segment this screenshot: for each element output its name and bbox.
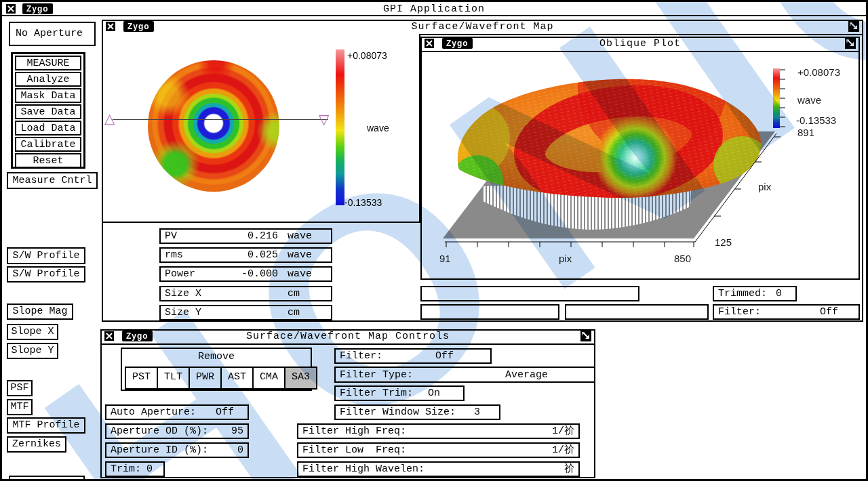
trimmed-box: Trimmed:0	[713, 286, 797, 301]
field-value: Average	[505, 369, 548, 381]
filter-status-box: Filter:Off	[713, 304, 860, 320]
stat-value	[218, 287, 288, 300]
depth-axis-label: pix	[758, 181, 772, 192]
aperture-status-box[interactable]: No Aperture	[9, 22, 96, 46]
stat-value: -0.000	[218, 268, 288, 280]
analyze-button[interactable]: Analyze	[15, 72, 81, 87]
pushpin-icon[interactable]	[848, 21, 859, 32]
oblique-colorbar-min: -0.13533	[796, 114, 836, 126]
stat-rms: rms0.025wave	[159, 247, 332, 263]
pushpin-icon[interactable]	[580, 331, 591, 341]
profile-line[interactable]	[113, 119, 328, 120]
controls-window-title: Surface/Wavefront Map Controls	[102, 331, 594, 343]
slope-x-button[interactable]: Slope X	[7, 324, 58, 340]
pushpin-icon[interactable]	[845, 38, 856, 49]
oblique-plot-image: 91 pix 850 125 pix +0.08073 wave -0.1353…	[422, 51, 859, 278]
calibrate-button[interactable]: Calibrate	[15, 137, 81, 152]
oblique-window-title: Oblique Plot	[422, 38, 859, 50]
depth-axis-max-label: 125	[715, 236, 732, 248]
map-window-titlebar[interactable]: Zygo Surface/Wavefront Map	[103, 21, 862, 35]
oblique-plot-window: Zygo Oblique Plot	[420, 37, 860, 280]
mtf-button[interactable]: MTF	[7, 399, 33, 415]
trimmed-label: Trimmed:	[718, 287, 767, 300]
aperture-od-field[interactable]: Aperture OD (%):95	[105, 423, 249, 439]
map-window-title: Surface/Wavefront Map	[103, 21, 862, 33]
map-colorbar-max: +0.08073	[347, 50, 387, 61]
field-label: Filter High Wavelen:	[302, 463, 425, 476]
stat-unit: wave	[288, 249, 327, 262]
sw-profile-button-2[interactable]: S/W Profile	[7, 266, 85, 283]
mtf-profile-button[interactable]: MTF Profile	[7, 417, 85, 434]
trim-field[interactable]: Trim:0	[105, 461, 165, 477]
profile-marker-left-icon[interactable]: △	[104, 110, 115, 127]
filter-high-wavelen-field[interactable]: Filter High Wavelen:祄	[297, 461, 580, 477]
oblique-colorbar-units: wave	[797, 94, 821, 106]
field-label: Filter Window Size:	[340, 406, 456, 419]
filter-window-size-field[interactable]: Filter Window Size:3	[334, 404, 500, 420]
field-label: Aperture ID (%):	[111, 444, 208, 457]
controls-window-titlebar[interactable]: Zygo Surface/Wavefront Map Controls	[102, 331, 594, 345]
field-value: 0	[237, 444, 243, 457]
filter-type-field[interactable]: Filter Type:Average	[334, 367, 595, 383]
slope-y-button[interactable]: Slope Y	[7, 343, 58, 359]
slope-mag-button[interactable]: Slope Mag	[7, 304, 73, 320]
filter-high-freq-field[interactable]: Filter High Freq:1/祄	[297, 423, 580, 439]
measure-button[interactable]: MEASURE	[15, 56, 81, 70]
zernikes-button[interactable]: Zernikes	[7, 436, 66, 453]
surface-map-image	[148, 60, 279, 192]
stat-value	[218, 306, 288, 319]
oblique-colorbar-count: 891	[797, 127, 814, 138]
trimmed-value: 0	[776, 287, 782, 300]
reset-button[interactable]: Reset	[15, 153, 81, 168]
load-data-button[interactable]: Load Data	[15, 121, 81, 135]
remove-tlt-button[interactable]: TLT	[157, 367, 190, 390]
save-data-button[interactable]: Save Data	[15, 104, 81, 119]
measure-cntrl-button[interactable]: Measure Cntrl	[7, 172, 98, 189]
stat-unit: wave	[288, 268, 327, 280]
filter-label: Filter:	[718, 306, 761, 318]
remove-group: Remove PST TLT PWR AST CMA SA3	[121, 348, 312, 391]
filter-low-freq-field[interactable]: Filter Low Freq:1/祄	[297, 442, 580, 458]
stat-value: 0.025	[218, 249, 288, 262]
remove-sa3-button[interactable]: SA3	[284, 367, 317, 390]
field-value: 0	[146, 463, 153, 476]
gpi-application-window: Zygo GPI Application No Aperture MEASURE…	[0, 0, 868, 481]
profile-marker-right-icon[interactable]: ▽	[319, 111, 329, 127]
stat-label: PV	[165, 230, 218, 243]
stat-power: Power-0.000wave	[159, 266, 332, 282]
x-axis-label: pix	[559, 253, 572, 264]
aperture-id-field[interactable]: Aperture ID (%):0	[105, 442, 249, 458]
auto-aperture-field[interactable]: Auto Aperture:Off	[105, 404, 249, 420]
removed-label: Removed:	[462, 301, 511, 301]
stat-label: Size Y	[165, 306, 218, 319]
field-label: Filter Low Freq:	[302, 444, 406, 457]
aperture-id-box: Aperture ID (%):	[565, 304, 709, 320]
field-value: Off	[435, 350, 454, 362]
stat-label: rms	[165, 249, 218, 262]
field-value: On	[428, 387, 440, 400]
field-value: 祄	[564, 463, 574, 476]
aperture-id-label: Aperture ID (%):	[607, 319, 705, 320]
filter-trim-field[interactable]: Filter Trim:On	[334, 385, 465, 401]
sw-profile-button-1[interactable]: S/W Profile	[7, 247, 85, 264]
partial-button-bottom	[9, 476, 85, 481]
field-value: 95	[231, 425, 243, 438]
remove-cma-button[interactable]: CMA	[252, 367, 285, 390]
aperture-od-box: Aperture OD (%):	[420, 304, 559, 320]
psf-button[interactable]: PSF	[7, 380, 33, 396]
filter-field[interactable]: Filter:Off	[334, 348, 492, 364]
oblique-window-titlebar[interactable]: Zygo Oblique Plot	[422, 38, 859, 52]
field-label: Filter Trim:	[340, 387, 413, 400]
mask-data-button[interactable]: Mask Data	[15, 88, 81, 103]
app-titlebar[interactable]: Zygo GPI Application	[2, 2, 866, 16]
remove-pwr-button[interactable]: PWR	[189, 367, 222, 390]
map-controls-window: Zygo Surface/Wavefront Map Controls Remo…	[100, 329, 595, 478]
remove-pst-button[interactable]: PST	[125, 367, 158, 390]
stat-value: 0.216	[218, 230, 288, 243]
map-colorbar	[336, 49, 344, 205]
stat-unit: wave	[288, 230, 327, 243]
remove-ast-button[interactable]: AST	[220, 367, 254, 390]
field-label: Filter:	[340, 350, 382, 362]
field-label: Auto Aperture:	[111, 406, 196, 419]
field-label: Filter High Freq:	[302, 425, 406, 438]
